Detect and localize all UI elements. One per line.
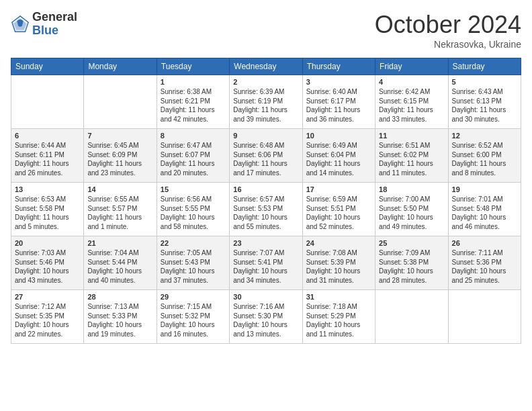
- cell-content: Sunrise: 7:07 AM Sunset: 5:41 PM Dayligh…: [233, 248, 298, 285]
- day-number: 30: [233, 293, 298, 301]
- calendar-cell: 12Sunrise: 6:52 AM Sunset: 6:00 PM Dayli…: [448, 129, 521, 183]
- day-number: 8: [161, 132, 226, 140]
- calendar-cell: 29Sunrise: 7:15 AM Sunset: 5:32 PM Dayli…: [157, 290, 229, 344]
- weekday-header: Thursday: [302, 58, 375, 75]
- day-number: 16: [233, 185, 298, 193]
- cell-content: Sunrise: 6:55 AM Sunset: 5:57 PM Dayligh…: [87, 195, 152, 231]
- cell-content: Sunrise: 6:40 AM Sunset: 6:17 PM Dayligh…: [306, 87, 371, 124]
- day-number: 15: [161, 185, 226, 193]
- cell-content: Sunrise: 7:12 AM Sunset: 5:35 PM Dayligh…: [15, 302, 80, 338]
- cell-content: Sunrise: 6:44 AM Sunset: 6:11 PM Dayligh…: [15, 141, 80, 177]
- day-number: 28: [87, 293, 152, 301]
- calendar-cell: [84, 75, 157, 129]
- day-number: 12: [452, 132, 517, 140]
- calendar-cell: 11Sunrise: 6:51 AM Sunset: 6:02 PM Dayli…: [375, 129, 448, 183]
- day-number: 5: [452, 78, 517, 86]
- day-number: 31: [306, 293, 371, 301]
- cell-content: Sunrise: 6:47 AM Sunset: 6:07 PM Dayligh…: [161, 141, 226, 177]
- day-number: 7: [87, 132, 152, 140]
- weekday-header: Tuesday: [157, 58, 229, 75]
- weekday-header: Friday: [375, 58, 448, 75]
- day-number: 17: [306, 185, 371, 193]
- calendar-week-row: 20Sunrise: 7:03 AM Sunset: 5:46 PM Dayli…: [11, 236, 521, 290]
- day-number: 26: [452, 239, 517, 247]
- cell-content: Sunrise: 7:08 AM Sunset: 5:39 PM Dayligh…: [306, 248, 371, 285]
- logo-text: General Blue: [32, 11, 77, 38]
- calendar-week-row: 6Sunrise: 6:44 AM Sunset: 6:11 PM Daylig…: [11, 129, 521, 183]
- calendar-cell: [448, 290, 521, 344]
- calendar-cell: 13Sunrise: 6:53 AM Sunset: 5:58 PM Dayli…: [11, 183, 84, 236]
- cell-content: Sunrise: 7:18 AM Sunset: 5:29 PM Dayligh…: [306, 302, 371, 338]
- cell-content: Sunrise: 7:00 AM Sunset: 5:50 PM Dayligh…: [379, 195, 444, 231]
- day-number: 10: [306, 132, 371, 140]
- logo-general-text: General: [32, 11, 77, 24]
- calendar-cell: 5Sunrise: 6:43 AM Sunset: 6:13 PM Daylig…: [448, 75, 521, 129]
- title-block: October 2024 Nekrasovka, Ukraine: [375, 11, 521, 50]
- weekday-header: Sunday: [11, 58, 84, 75]
- cell-content: Sunrise: 6:53 AM Sunset: 5:58 PM Dayligh…: [15, 195, 80, 231]
- day-number: 3: [306, 78, 371, 86]
- day-number: 27: [15, 293, 80, 301]
- day-number: 25: [379, 239, 444, 247]
- calendar-cell: 2Sunrise: 6:39 AM Sunset: 6:19 PM Daylig…: [230, 75, 302, 129]
- cell-content: Sunrise: 6:49 AM Sunset: 6:04 PM Dayligh…: [306, 141, 371, 177]
- calendar-cell: 28Sunrise: 7:13 AM Sunset: 5:33 PM Dayli…: [84, 290, 157, 344]
- day-number: 9: [233, 132, 298, 140]
- calendar-cell: 9Sunrise: 6:48 AM Sunset: 6:06 PM Daylig…: [230, 129, 302, 183]
- calendar-cell: 23Sunrise: 7:07 AM Sunset: 5:41 PM Dayli…: [230, 236, 302, 290]
- calendar-cell: 6Sunrise: 6:44 AM Sunset: 6:11 PM Daylig…: [11, 129, 84, 183]
- day-number: 24: [306, 239, 371, 247]
- cell-content: Sunrise: 7:04 AM Sunset: 5:44 PM Dayligh…: [87, 248, 152, 285]
- day-number: 21: [87, 239, 152, 247]
- day-number: 19: [452, 185, 517, 193]
- cell-content: Sunrise: 7:15 AM Sunset: 5:32 PM Dayligh…: [161, 302, 226, 338]
- cell-content: Sunrise: 7:09 AM Sunset: 5:38 PM Dayligh…: [379, 248, 444, 285]
- day-number: 4: [379, 78, 444, 86]
- calendar-cell: 20Sunrise: 7:03 AM Sunset: 5:46 PM Dayli…: [11, 236, 84, 290]
- cell-content: Sunrise: 6:57 AM Sunset: 5:53 PM Dayligh…: [233, 195, 298, 231]
- cell-content: Sunrise: 6:39 AM Sunset: 6:19 PM Dayligh…: [233, 87, 298, 124]
- calendar-table: SundayMondayTuesdayWednesdayThursdayFrid…: [11, 58, 521, 344]
- calendar-cell: 16Sunrise: 6:57 AM Sunset: 5:53 PM Dayli…: [230, 183, 302, 236]
- calendar-cell: 8Sunrise: 6:47 AM Sunset: 6:07 PM Daylig…: [157, 129, 229, 183]
- calendar-cell: 15Sunrise: 6:56 AM Sunset: 5:55 PM Dayli…: [157, 183, 229, 236]
- cell-content: Sunrise: 6:42 AM Sunset: 6:15 PM Dayligh…: [379, 87, 444, 124]
- calendar-week-row: 13Sunrise: 6:53 AM Sunset: 5:58 PM Dayli…: [11, 183, 521, 236]
- calendar-cell: 4Sunrise: 6:42 AM Sunset: 6:15 PM Daylig…: [375, 75, 448, 129]
- calendar-cell: 3Sunrise: 6:40 AM Sunset: 6:17 PM Daylig…: [302, 75, 375, 129]
- calendar-cell: 31Sunrise: 7:18 AM Sunset: 5:29 PM Dayli…: [302, 290, 375, 344]
- cell-content: Sunrise: 6:52 AM Sunset: 6:00 PM Dayligh…: [452, 141, 517, 177]
- calendar-cell: 25Sunrise: 7:09 AM Sunset: 5:38 PM Dayli…: [375, 236, 448, 290]
- logo: General Blue: [11, 11, 77, 38]
- day-number: 11: [379, 132, 444, 140]
- cell-content: Sunrise: 7:05 AM Sunset: 5:43 PM Dayligh…: [161, 248, 226, 285]
- cell-content: Sunrise: 6:43 AM Sunset: 6:13 PM Dayligh…: [452, 87, 517, 124]
- cell-content: Sunrise: 6:45 AM Sunset: 6:09 PM Dayligh…: [87, 141, 152, 177]
- cell-content: Sunrise: 7:13 AM Sunset: 5:33 PM Dayligh…: [87, 302, 152, 338]
- day-number: 18: [379, 185, 444, 193]
- calendar-cell: 21Sunrise: 7:04 AM Sunset: 5:44 PM Dayli…: [84, 236, 157, 290]
- location-text: Nekrasovka, Ukraine: [375, 39, 521, 50]
- weekday-header: Saturday: [448, 58, 521, 75]
- month-title: October 2024: [375, 11, 521, 39]
- cell-content: Sunrise: 6:51 AM Sunset: 6:02 PM Dayligh…: [379, 141, 444, 177]
- calendar-cell: [375, 290, 448, 344]
- calendar-cell: 17Sunrise: 6:59 AM Sunset: 5:51 PM Dayli…: [302, 183, 375, 236]
- cell-content: Sunrise: 7:11 AM Sunset: 5:36 PM Dayligh…: [452, 248, 517, 285]
- day-number: 29: [161, 293, 226, 301]
- calendar-cell: 24Sunrise: 7:08 AM Sunset: 5:39 PM Dayli…: [302, 236, 375, 290]
- cell-content: Sunrise: 7:01 AM Sunset: 5:48 PM Dayligh…: [452, 195, 517, 231]
- weekday-header: Monday: [84, 58, 157, 75]
- logo-icon: [11, 15, 30, 34]
- calendar-cell: 26Sunrise: 7:11 AM Sunset: 5:36 PM Dayli…: [448, 236, 521, 290]
- day-number: 20: [15, 239, 80, 247]
- calendar-week-row: 1Sunrise: 6:38 AM Sunset: 6:21 PM Daylig…: [11, 75, 521, 129]
- logo-blue-text: Blue: [32, 24, 77, 38]
- calendar-cell: 30Sunrise: 7:16 AM Sunset: 5:30 PM Dayli…: [230, 290, 302, 344]
- calendar-cell: 7Sunrise: 6:45 AM Sunset: 6:09 PM Daylig…: [84, 129, 157, 183]
- calendar-cell: 14Sunrise: 6:55 AM Sunset: 5:57 PM Dayli…: [84, 183, 157, 236]
- day-number: 6: [15, 132, 80, 140]
- day-number: 2: [233, 78, 298, 86]
- weekday-header: Wednesday: [230, 58, 302, 75]
- day-number: 23: [233, 239, 298, 247]
